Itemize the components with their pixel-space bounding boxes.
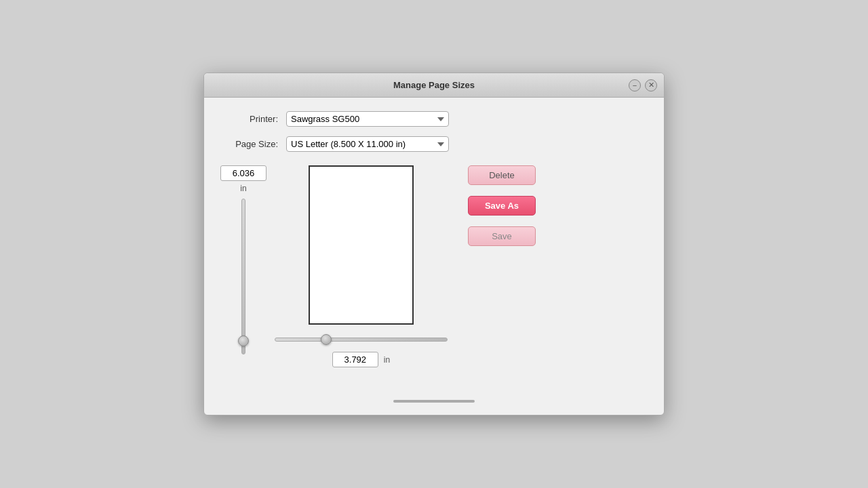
- height-controls: in: [220, 165, 267, 354]
- height-unit-label: in: [240, 184, 246, 193]
- dialog-content: Printer: Sawgrass SG500 Page Size: US Le…: [204, 98, 664, 165]
- delete-button[interactable]: Delete: [468, 165, 536, 185]
- page-size-select[interactable]: US Letter (8.500 X 11.000 in): [286, 136, 449, 152]
- page-size-label: Page Size:: [220, 139, 278, 149]
- width-unit-label: in: [384, 355, 390, 365]
- height-input[interactable]: [220, 165, 267, 181]
- height-slider-track: [241, 199, 245, 354]
- save-button[interactable]: Save: [468, 226, 536, 246]
- title-bar-controls: − ✕: [629, 79, 657, 92]
- printer-select[interactable]: Sawgrass SG500: [286, 111, 449, 127]
- height-slider-thumb[interactable]: [238, 336, 249, 346]
- height-slider-container: [237, 199, 250, 354]
- printer-row: Printer: Sawgrass SG500: [220, 111, 648, 127]
- minimize-button[interactable]: −: [629, 79, 641, 92]
- manage-page-sizes-dialog: Manage Page Sizes − ✕ Printer: Sawgrass …: [203, 73, 665, 415]
- width-slider-container: [275, 333, 448, 346]
- printer-label: Printer:: [220, 114, 278, 124]
- main-area: in in Delete: [204, 165, 664, 374]
- width-controls: in: [332, 352, 390, 367]
- page-preview-area: in: [275, 165, 448, 367]
- dialog-title: Manage Page Sizes: [393, 80, 475, 90]
- close-button[interactable]: ✕: [645, 79, 657, 92]
- width-input[interactable]: [332, 352, 378, 367]
- page-size-row: Page Size: US Letter (8.500 X 11.000 in): [220, 136, 648, 152]
- save-as-button[interactable]: Save As: [468, 196, 536, 216]
- width-slider-thumb[interactable]: [321, 334, 332, 345]
- title-bar: Manage Page Sizes − ✕: [204, 73, 664, 98]
- scrollbar-hint: [393, 400, 475, 403]
- page-preview: [309, 165, 414, 325]
- buttons-panel: Delete Save As Save: [468, 165, 536, 246]
- width-slider-track: [275, 338, 448, 342]
